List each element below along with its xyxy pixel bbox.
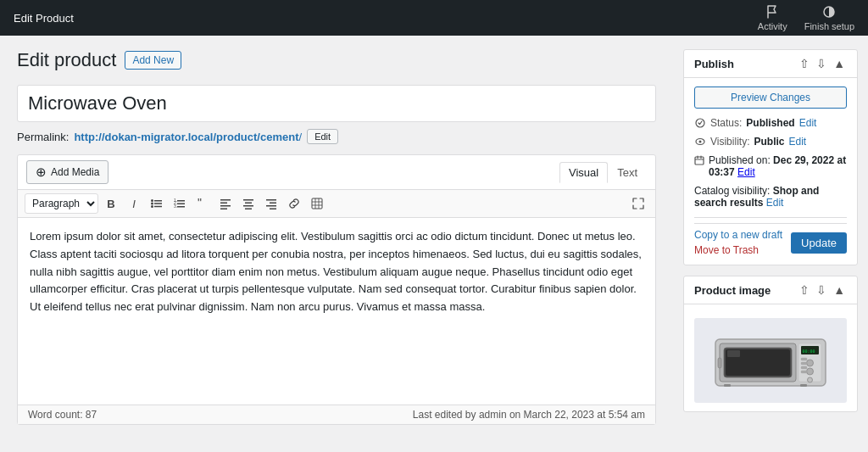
update-button[interactable]: Update [791, 232, 847, 254]
permalink-link[interactable]: http://dokan-migrator.local/product/ceme… [74, 131, 302, 143]
publish-box-title: Publish [694, 58, 734, 70]
svg-rect-14 [220, 199, 231, 201]
svg-rect-4 [154, 203, 162, 204]
svg-rect-19 [245, 203, 252, 204]
svg-point-3 [151, 203, 153, 205]
product-image-collapse-up[interactable]: ⇧ [798, 283, 811, 297]
blockquote-button[interactable]: " [192, 193, 213, 214]
status-edit-link[interactable]: Edit [799, 117, 817, 129]
italic-button[interactable]: I [124, 193, 144, 214]
main-wrap: Edit product Add New Permalink: http://d… [0, 36, 868, 452]
svg-rect-25 [270, 209, 276, 210]
status-row: Status: Published Edit [694, 117, 847, 129]
product-image-box-header: Product image ⇧ ⇩ ▲ [684, 276, 857, 304]
status-icon [694, 117, 706, 129]
svg-rect-12 [177, 206, 185, 208]
visibility-label: Visibility: [710, 136, 749, 148]
admin-bar-right: Activity Finish setup [758, 4, 854, 31]
publish-box-header: Publish ⇧ ⇩ ▲ [684, 50, 857, 78]
svg-point-47 [807, 368, 814, 375]
published-label: Published on: [709, 154, 771, 166]
svg-rect-8 [177, 200, 185, 202]
svg-point-48 [808, 377, 813, 382]
editor-toolbar-top: ⊕ Add Media Visual Text [18, 155, 655, 190]
admin-bar: Edit Product Activity Finish setup [0, 0, 868, 36]
align-left-button[interactable] [215, 193, 236, 214]
publish-box-controls: ⇧ ⇩ ▲ [798, 57, 847, 70]
product-image-close[interactable]: ▲ [832, 283, 847, 297]
product-image-box: Product image ⇧ ⇩ ▲ [683, 276, 858, 412]
product-image-title: Product image [694, 284, 771, 297]
add-media-button[interactable]: ⊕ Add Media [26, 160, 108, 184]
admin-bar-title: Edit Product [14, 12, 74, 25]
sidebar: Publish ⇧ ⇩ ▲ Preview Changes Status: Pu… [673, 36, 868, 452]
published-date-row: Published on: Dec 29, 2022 at 03:37 Edit [694, 154, 847, 178]
plus-icon: ⊕ [36, 165, 47, 180]
link-button[interactable] [284, 193, 304, 214]
visibility-icon [694, 136, 706, 148]
svg-rect-22 [266, 199, 276, 201]
page-header: Edit product Add New [17, 49, 656, 71]
calendar-icon [694, 154, 704, 166]
publish-box-collapse-up[interactable]: ⇧ [798, 57, 811, 70]
catalog-visibility-row: Catalog visibility: Shop and search resu… [694, 185, 847, 209]
editor-footer: Word count: 87 Last edited by admin on M… [18, 405, 655, 424]
product-title-input[interactable] [17, 85, 656, 122]
svg-rect-24 [266, 205, 276, 207]
status-value: Published [746, 117, 794, 129]
catalog-edit-link[interactable]: Edit [766, 197, 784, 209]
svg-rect-55 [800, 384, 807, 387]
svg-rect-52 [801, 371, 807, 373]
product-image-thumbnail[interactable]: 00:00 [694, 318, 847, 403]
publish-box-content: Preview Changes Status: Published Edit V… [684, 78, 857, 265]
product-image-controls: ⇧ ⇩ ▲ [798, 283, 847, 297]
align-right-button[interactable] [261, 193, 281, 214]
svg-point-1 [151, 199, 153, 202]
paragraph-select[interactable]: Paragraph [25, 193, 98, 214]
word-count: Word count: 87 [28, 409, 97, 421]
unordered-list-button[interactable] [147, 193, 167, 214]
page-title: Edit product [17, 49, 116, 71]
editor-content[interactable]: Lorem ipsum dolor sit amet, consectetur … [18, 218, 655, 405]
svg-text:": " [198, 198, 202, 209]
svg-rect-16 [220, 205, 231, 207]
catalog-label: Catalog visibility: [694, 185, 770, 197]
align-center-button[interactable] [238, 193, 259, 214]
oven-image: 00:00 [707, 322, 834, 399]
editor-tabs: Visual Text [559, 162, 647, 183]
copy-draft-link[interactable]: Copy to a new draft [694, 229, 782, 241]
fullscreen-button[interactable] [628, 193, 648, 214]
visibility-edit-link[interactable]: Edit [788, 136, 806, 148]
tab-text[interactable]: Text [608, 162, 647, 183]
product-image-collapse-down[interactable]: ⇩ [815, 283, 828, 297]
tab-visual[interactable]: Visual [559, 162, 608, 183]
move-to-trash-link[interactable]: Move to Trash [694, 244, 782, 256]
table-button[interactable] [307, 193, 327, 214]
last-edited: Last edited by admin on March 22, 2023 a… [413, 409, 645, 421]
svg-point-5 [151, 205, 153, 208]
publish-box-collapse-down[interactable]: ⇩ [815, 57, 828, 70]
activity-menu-item[interactable]: Activity [758, 4, 787, 31]
published-date-edit-link[interactable]: Edit [737, 166, 755, 178]
svg-rect-50 [801, 362, 807, 365]
publish-actions: Copy to a new draft Move to Trash Update [694, 223, 847, 256]
permalink-edit-button[interactable]: Edit [307, 129, 338, 144]
svg-rect-18 [243, 199, 253, 201]
add-new-button[interactable]: Add New [125, 51, 181, 70]
bold-button[interactable]: B [101, 193, 121, 214]
preview-changes-button[interactable]: Preview Changes [694, 86, 847, 109]
finish-setup-label: Finish setup [804, 21, 854, 31]
svg-rect-15 [220, 203, 227, 204]
publish-box: Publish ⇧ ⇩ ▲ Preview Changes Status: Pu… [683, 49, 858, 265]
svg-rect-26 [312, 198, 322, 209]
svg-rect-51 [801, 366, 807, 369]
circle-half-icon [821, 4, 837, 20]
content-area: Edit product Add New Permalink: http://d… [0, 36, 673, 452]
activity-label: Activity [758, 21, 787, 31]
svg-rect-20 [243, 205, 253, 207]
ordered-list-button[interactable]: 1.2.3. [170, 193, 190, 214]
finish-setup-menu-item[interactable]: Finish setup [804, 4, 854, 31]
svg-rect-17 [220, 209, 227, 210]
svg-point-33 [699, 141, 702, 143]
publish-box-close[interactable]: ▲ [832, 57, 847, 70]
